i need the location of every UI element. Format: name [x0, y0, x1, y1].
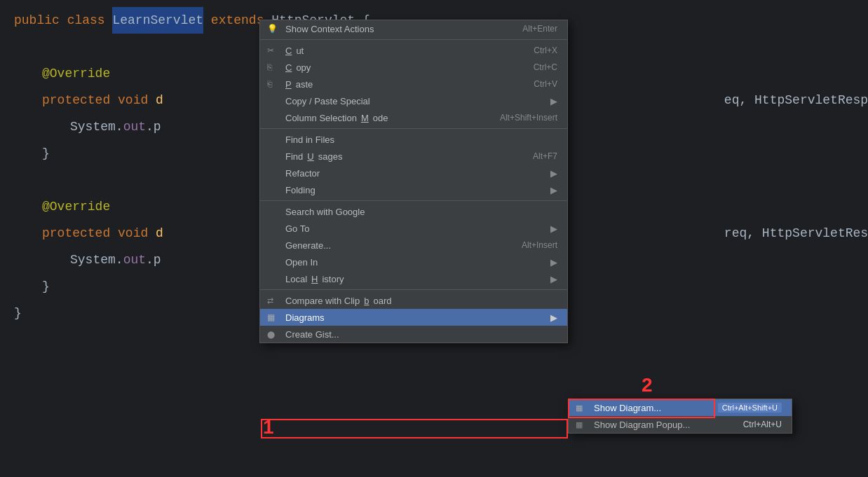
menu-item-open-in[interactable]: Open In ▶ — [260, 254, 567, 270]
menu-label-local-history: Local History — [285, 274, 344, 284]
submenu-item-show-diagram-popup[interactable]: ▦ Show Diagram Popup... Ctrl+Alt+U — [569, 416, 792, 433]
shortcut-column-selection-mode: Alt+Shift+Insert — [500, 113, 557, 123]
menu-item-go-to[interactable]: Go To ▶ — [260, 220, 567, 237]
submenu-label-show-diagram: Show Diagram... — [594, 403, 661, 413]
menu-label-folding: Folding — [285, 185, 316, 195]
menu-item-paste[interactable]: ⎗ Paste Ctrl+V — [260, 76, 567, 92]
submenu-arrow-diagrams: ▶ — [550, 312, 557, 323]
shortcut-show-diagram: Ctrl+Alt+Shift+U — [718, 403, 782, 413]
submenu-arrow-refactor: ▶ — [550, 168, 557, 179]
submenu-arrow-folding: ▶ — [550, 185, 557, 195]
menu-item-show-context-actions[interactable]: 💡 Show Context Actions Alt+Enter — [260, 20, 567, 37]
menu-item-cut[interactable]: ✂ Cut Ctrl+X — [260, 42, 567, 59]
menu-label-show-context-actions: Show Context Actions — [285, 24, 374, 34]
lightbulb-icon: 💡 — [267, 24, 278, 34]
shortcut-cut: Ctrl+X — [534, 46, 557, 55]
context-menu: 💡 Show Context Actions Alt+Enter ✂ Cut C… — [259, 20, 568, 343]
menu-item-folding[interactable]: Folding ▶ — [260, 181, 567, 198]
separator-1 — [260, 39, 567, 40]
separator-3 — [260, 200, 567, 201]
menu-label-find-in-files: Find in Files — [285, 134, 334, 145]
diagrams-icon: ▦ — [267, 312, 275, 322]
show-diagram-popup-icon: ▦ — [576, 420, 583, 429]
gist-icon: ⬤ — [267, 331, 275, 338]
menu-label-create-gist: Create Gist... — [285, 329, 339, 340]
diagrams-submenu: ▦ Show Diagram... Ctrl+Alt+Shift+U ▦ Sho… — [568, 399, 792, 434]
menu-label-copy: Copy — [285, 62, 311, 73]
menu-item-local-history[interactable]: Local History ▶ — [260, 270, 567, 287]
annotation-1: 1 — [263, 416, 274, 438]
shortcut-generate: Alt+Insert — [522, 240, 557, 250]
annotation-2: 2 — [642, 374, 653, 396]
menu-item-column-selection-mode[interactable]: Column Selection Mode Alt+Shift+Insert — [260, 109, 567, 126]
menu-item-compare-with-clipboard[interactable]: ⇄ Compare with Clipboard — [260, 292, 567, 309]
menu-item-copy[interactable]: ⎘ Copy Ctrl+C — [260, 59, 567, 76]
menu-label-open-in: Open In — [285, 257, 318, 268]
menu-item-refactor[interactable]: Refactor ▶ — [260, 165, 567, 181]
menu-item-create-gist[interactable]: ⬤ Create Gist... — [260, 326, 567, 343]
menu-label-generate: Generate... — [285, 240, 331, 251]
shortcut-find-usages: Alt+F7 — [533, 151, 557, 161]
show-diagram-icon: ▦ — [576, 403, 583, 413]
menu-label-go-to: Go To — [285, 223, 309, 234]
menu-label-column-selection-mode: Column Selection Mode — [285, 113, 388, 123]
separator-2 — [260, 128, 567, 129]
menu-item-diagrams[interactable]: ▦ Diagrams ▶ — [260, 309, 567, 326]
separator-4 — [260, 289, 567, 290]
menu-item-generate[interactable]: Generate... Alt+Insert — [260, 237, 567, 254]
submenu-label-show-diagram-popup: Show Diagram Popup... — [594, 420, 690, 430]
shortcut-show-diagram-popup: Ctrl+Alt+U — [743, 420, 782, 429]
menu-item-search-with-google[interactable]: Search with Google — [260, 203, 567, 220]
shortcut-paste: Ctrl+V — [534, 79, 557, 89]
menu-label-find-usages: Find Usages — [285, 151, 342, 162]
shortcut-copy: Ctrl+C — [534, 62, 557, 72]
menu-item-find-usages[interactable]: Find Usages Alt+F7 — [260, 148, 567, 165]
menu-label-cut: Cut — [285, 46, 304, 56]
paste-icon: ⎗ — [267, 79, 272, 89]
menu-item-copy-paste-special[interactable]: Copy / Paste Special ▶ — [260, 92, 567, 109]
menu-label-copy-paste-special: Copy / Paste Special — [285, 96, 370, 106]
submenu-item-show-diagram[interactable]: ▦ Show Diagram... Ctrl+Alt+Shift+U — [569, 399, 792, 416]
submenu-arrow-open-in: ▶ — [550, 257, 557, 268]
menu-label-compare-with-clipboard: Compare with Clipboard — [285, 296, 391, 306]
submenu-arrow-go-to: ▶ — [550, 223, 557, 234]
shortcut-show-context-actions: Alt+Enter — [522, 24, 557, 34]
menu-item-find-in-files[interactable]: Find in Files — [260, 131, 567, 148]
menu-label-paste: Paste — [285, 79, 313, 90]
submenu-arrow-copy-paste-special: ▶ — [550, 96, 557, 106]
menu-label-refactor: Refactor — [285, 168, 320, 179]
copy-icon: ⎘ — [267, 62, 272, 72]
cut-icon: ✂ — [267, 46, 274, 55]
menu-label-diagrams: Diagrams — [285, 312, 325, 323]
menu-label-search-with-google: Search with Google — [285, 207, 365, 217]
submenu-arrow-local-history: ▶ — [550, 274, 557, 284]
compare-icon: ⇄ — [267, 296, 273, 305]
